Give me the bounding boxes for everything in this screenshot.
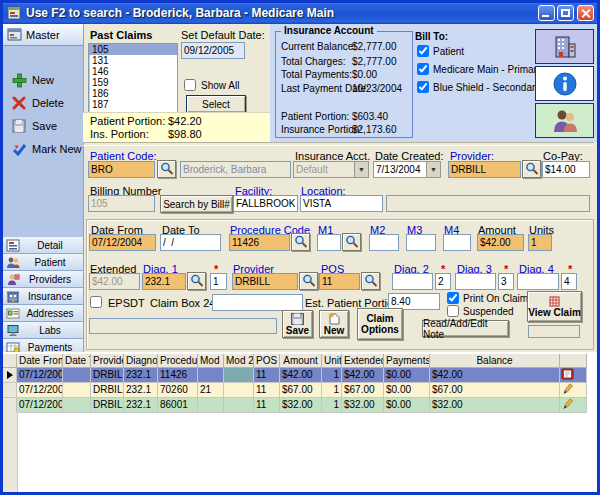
diag2-input[interactable] bbox=[392, 273, 433, 290]
patient-search-button[interactable] bbox=[157, 160, 176, 178]
cell[interactable]: $42.00 bbox=[342, 368, 384, 383]
patient-code-input[interactable] bbox=[88, 161, 155, 178]
note-cell[interactable] bbox=[560, 383, 587, 398]
col-header[interactable]: Balance bbox=[430, 354, 560, 368]
diag3-index-box[interactable] bbox=[498, 273, 514, 290]
note-cell[interactable] bbox=[560, 368, 587, 383]
col-header[interactable]: Mod 2 bbox=[224, 354, 254, 368]
diag2-index-box[interactable] bbox=[435, 273, 451, 290]
cell[interactable]: 86001 bbox=[158, 398, 198, 413]
cell[interactable]: $67.00 bbox=[280, 383, 322, 398]
select-button[interactable]: Select bbox=[186, 95, 246, 113]
sidebar-item-detail[interactable]: Detail bbox=[3, 237, 83, 254]
bill-to-medicare-checkbox[interactable] bbox=[417, 63, 429, 75]
claim-box-24k-input[interactable] bbox=[212, 294, 303, 311]
table-row[interactable]: 07/12/2004 DRBILL 232.1 70260 21 11 $67.… bbox=[3, 383, 587, 398]
location-input[interactable] bbox=[300, 195, 383, 212]
cell[interactable]: 21 bbox=[198, 383, 224, 398]
diag3-input[interactable] bbox=[455, 273, 496, 290]
units-input[interactable] bbox=[528, 234, 552, 251]
col-header[interactable]: Mod 1 bbox=[198, 354, 224, 368]
m3-input[interactable] bbox=[406, 234, 436, 251]
cell[interactable] bbox=[224, 383, 254, 398]
claim-list-item[interactable]: 146 bbox=[89, 66, 177, 77]
sidebar-mark-new-button[interactable]: Mark New bbox=[11, 139, 82, 159]
diag1-search-button[interactable] bbox=[187, 272, 206, 290]
selected-cell[interactable] bbox=[224, 368, 254, 383]
claim-list-item[interactable]: 159 bbox=[89, 77, 177, 88]
show-all-checkbox[interactable] bbox=[184, 79, 196, 91]
diag1-input[interactable] bbox=[142, 273, 186, 290]
cell[interactable]: $0.00 bbox=[384, 368, 430, 383]
cell[interactable]: $32.00 bbox=[430, 398, 560, 413]
facility-input[interactable] bbox=[233, 195, 298, 212]
cell[interactable]: 11 bbox=[254, 398, 280, 413]
col-header[interactable]: Diagnosis bbox=[124, 354, 158, 368]
claim-list-item[interactable]: 105 bbox=[89, 44, 177, 55]
bill-to-blueshield-checkbox[interactable] bbox=[417, 81, 429, 93]
info-button[interactable] bbox=[535, 66, 594, 101]
copay-input[interactable] bbox=[542, 161, 590, 178]
col-header[interactable]: Extended bbox=[342, 354, 384, 368]
cell[interactable]: $67.00 bbox=[342, 383, 384, 398]
cell[interactable]: DRBILL bbox=[91, 383, 124, 398]
col-header[interactable]: Date From bbox=[17, 354, 63, 368]
facility-button[interactable] bbox=[535, 29, 594, 64]
cell[interactable] bbox=[198, 368, 224, 383]
search-by-bill-button[interactable]: Search by Bill# bbox=[160, 195, 233, 213]
cell[interactable]: $42.00 bbox=[430, 368, 560, 383]
sidebar-item-addresses[interactable]: Addresses bbox=[3, 305, 83, 322]
cell[interactable] bbox=[198, 398, 224, 413]
claim-list-item[interactable]: 187 bbox=[89, 99, 177, 110]
diag4-input[interactable] bbox=[517, 273, 559, 290]
print-on-claim-checkbox[interactable] bbox=[447, 292, 459, 304]
sidebar-save-button[interactable]: Save bbox=[11, 116, 57, 136]
cell[interactable]: $32.00 bbox=[280, 398, 322, 413]
set-default-date-input[interactable] bbox=[181, 42, 245, 59]
cell[interactable]: 1 bbox=[322, 398, 342, 413]
date-from-input[interactable] bbox=[89, 234, 156, 251]
cell[interactable]: DRBILL bbox=[91, 368, 124, 383]
cell[interactable]: 11 bbox=[254, 383, 280, 398]
claim-list-item[interactable]: 131 bbox=[89, 55, 177, 66]
sidebar-item-labs[interactable]: Labs bbox=[3, 322, 83, 339]
col-header[interactable]: Date To bbox=[63, 354, 91, 368]
cell[interactable]: $42.00 bbox=[280, 368, 322, 383]
cell[interactable]: 232.1 bbox=[124, 383, 158, 398]
m2-input[interactable] bbox=[369, 234, 399, 251]
col-header[interactable]: Provider bbox=[91, 354, 124, 368]
m1-search-button[interactable] bbox=[342, 233, 361, 251]
cell[interactable] bbox=[63, 383, 91, 398]
insurance-acct-dropdown-arrow-icon[interactable] bbox=[354, 161, 369, 178]
sidebar-master-header[interactable]: Master bbox=[3, 24, 83, 46]
pos-search-button[interactable] bbox=[361, 272, 380, 290]
sidebar-item-patient[interactable]: Patient bbox=[3, 254, 83, 271]
cell[interactable]: 70260 bbox=[158, 383, 198, 398]
cell[interactable]: $0.00 bbox=[384, 383, 430, 398]
procedure-search-button[interactable] bbox=[291, 233, 310, 251]
note-cell[interactable] bbox=[560, 398, 587, 413]
sidebar-delete-button[interactable]: Delete bbox=[11, 93, 64, 113]
sidebar-item-insurance[interactable]: Insurance bbox=[3, 288, 83, 305]
close-button[interactable] bbox=[577, 5, 594, 21]
cell[interactable]: DRBILL bbox=[91, 398, 124, 413]
suspended-checkbox[interactable] bbox=[447, 305, 459, 317]
cell[interactable]: 07/12/2004 bbox=[17, 383, 63, 398]
diag1-index-box[interactable] bbox=[210, 273, 227, 290]
cell[interactable]: 11 bbox=[254, 368, 280, 383]
cell[interactable]: 11426 bbox=[158, 368, 198, 383]
sidebar-new-button[interactable]: New bbox=[11, 70, 54, 90]
procedure-code-input[interactable] bbox=[229, 234, 290, 251]
cell[interactable]: 07/12/2004 bbox=[17, 368, 63, 383]
m1-input[interactable] bbox=[317, 234, 341, 251]
claim-list-item[interactable]: 186 bbox=[89, 88, 177, 99]
col-header[interactable]: Payments bbox=[384, 354, 430, 368]
provider-search-button[interactable] bbox=[522, 160, 541, 178]
cell[interactable]: $0.00 bbox=[384, 398, 430, 413]
cell[interactable]: $67.00 bbox=[430, 383, 560, 398]
cell[interactable]: 07/12/2004 bbox=[17, 398, 63, 413]
cell[interactable] bbox=[224, 398, 254, 413]
pos-input[interactable] bbox=[319, 273, 360, 290]
bill-to-patient-checkbox[interactable] bbox=[417, 45, 429, 57]
patients-button[interactable] bbox=[535, 103, 594, 138]
